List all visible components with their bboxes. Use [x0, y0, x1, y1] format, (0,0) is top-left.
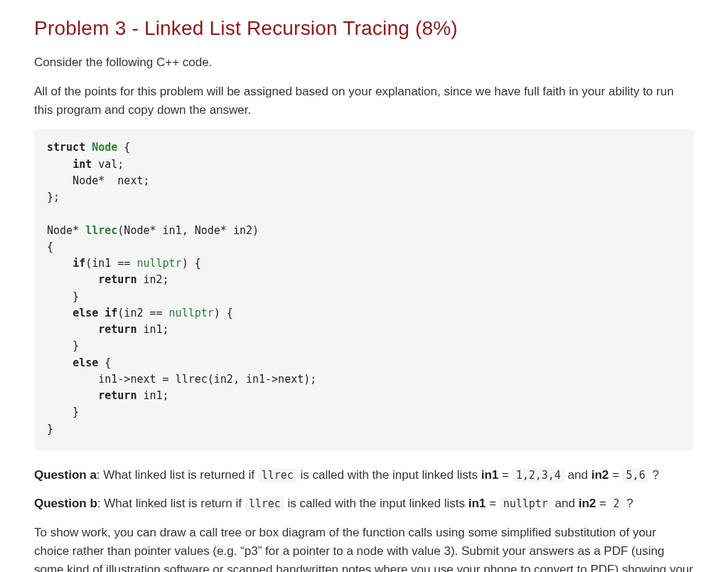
code-token: {	[47, 240, 53, 253]
code-token	[47, 323, 98, 336]
question-a: Question a: What linked list is returned…	[34, 466, 694, 484]
code-token: ) {	[182, 257, 201, 270]
text: in1	[481, 468, 499, 482]
code-token: else	[73, 356, 98, 369]
code-token	[47, 257, 73, 270]
code-token	[47, 158, 73, 171]
code-block: struct Node { int val; Node* next; }; No…	[34, 129, 694, 450]
code-token: else	[73, 307, 98, 319]
text: ?	[623, 497, 633, 510]
code-token: {	[98, 356, 111, 369]
code-token: Node*	[47, 224, 85, 237]
text: in2	[579, 497, 596, 510]
text: ?	[649, 468, 659, 482]
code-token: nullptr	[169, 307, 214, 319]
code-token: };	[47, 191, 60, 203]
text: : What linked list is returned if	[97, 468, 258, 482]
text: in1	[469, 497, 486, 510]
code-token: (Node* in1, Node* in2)	[117, 224, 259, 237]
code-token: in1->next = llrec(in2, in1->next);	[47, 373, 316, 386]
text: =	[609, 468, 622, 482]
code-token: (in2 ==	[117, 307, 168, 319]
inline-code: llrec	[258, 468, 297, 482]
code-token: }	[47, 423, 53, 435]
code-token: nullptr	[136, 257, 181, 270]
text: in2	[592, 468, 609, 482]
page: Problem 3 - Linked List Recursion Tracin…	[0, 0, 728, 572]
text: =	[498, 468, 512, 482]
inline-code: nullptr	[500, 497, 552, 511]
code-token	[47, 389, 98, 402]
question-b: Question b: What linked list is return i…	[34, 494, 694, 513]
text: To show work, you can draw a call tree o…	[34, 526, 693, 572]
code-token: }	[47, 290, 79, 303]
code-token: if	[105, 307, 117, 319]
code-token: Node	[92, 141, 117, 154]
text: is called with the input linked lists	[297, 468, 481, 482]
code-token: int	[73, 158, 92, 171]
code-token: val;	[92, 158, 124, 171]
inline-code: 5,6	[623, 468, 649, 482]
code-token: in2;	[136, 273, 168, 286]
code-token: return	[98, 389, 136, 402]
code-token: }	[47, 406, 79, 418]
inline-code: 2	[610, 497, 623, 511]
text: : What linked list is return if	[97, 497, 245, 510]
problem-title: Problem 3 - Linked List Recursion Tracin…	[34, 13, 694, 43]
inline-code: 1,2,3,4	[513, 468, 564, 482]
code-token: return	[98, 273, 136, 286]
text: =	[596, 497, 609, 510]
code-token	[47, 356, 73, 369]
text: is called with the input linked lists	[284, 497, 469, 510]
code-token	[47, 273, 98, 286]
text: =	[486, 497, 499, 510]
code-token	[47, 307, 73, 319]
code-token: ) {	[214, 307, 233, 319]
text: and	[552, 497, 579, 510]
intro-paragraph-1: Consider the following C++ code.	[34, 53, 694, 72]
code-token: if	[73, 257, 85, 270]
code-token: (in1 ==	[85, 257, 136, 270]
closing-paragraph: To show work, you can draw a call tree o…	[34, 524, 694, 572]
inline-code: llrec	[245, 497, 284, 511]
question-b-label: Question b	[34, 497, 97, 510]
code-token: return	[98, 323, 136, 336]
code-token: in1;	[136, 389, 168, 402]
code-token: Node* next;	[47, 174, 150, 187]
code-token	[85, 141, 92, 154]
intro-paragraph-2: All of the points for this problem will …	[34, 83, 694, 120]
code-token: {	[117, 141, 130, 154]
code-token: struct	[47, 141, 85, 154]
code-token: llrec	[85, 224, 117, 237]
question-a-label: Question a	[34, 468, 97, 482]
code-token	[98, 307, 105, 319]
text: and	[564, 468, 592, 482]
code-token: }	[47, 339, 79, 352]
code-token: in1;	[136, 323, 168, 336]
